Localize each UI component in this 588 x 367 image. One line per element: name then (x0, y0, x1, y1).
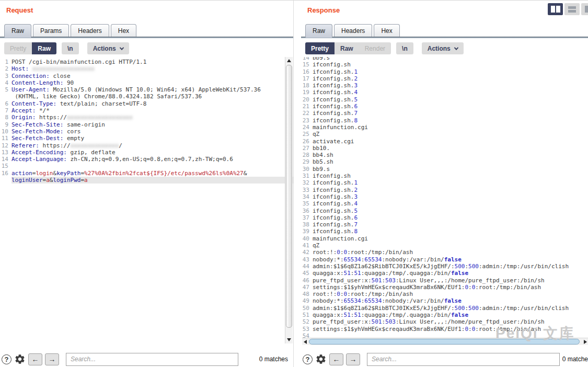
code-line: 36ifconfig.sh.5 (301, 208, 588, 214)
code-line: 47settings:$1$yhVmHEGx$creqaudK3mraBx6NK… (301, 284, 588, 291)
code-line: 31ifconfig.sh (301, 173, 588, 179)
code-line: 51quagga:x:51:51:quagga:/tmp/.quagga:/bi… (301, 312, 588, 318)
show-nonprintable-button[interactable]: \n (396, 42, 413, 54)
request-tabbar: RawParamsHeadersHex (4, 24, 136, 37)
code-line: 7Accept: */* (0, 107, 293, 114)
search-input[interactable] (66, 353, 238, 366)
search-input[interactable] (367, 353, 560, 366)
show-nonprintable-button[interactable]: \n (62, 42, 79, 54)
chevron-down-icon (119, 45, 123, 50)
scroll-right-icon[interactable] (582, 338, 588, 345)
code-line: 50admin:$1$6q8Z1a62$RibBTCJ0IKxE5/kJjgEH… (301, 305, 588, 312)
code-line: 26activate.cgi (301, 138, 588, 145)
request-editor[interactable]: 1POST /cgi-bin/mainfunction.cgi HTTP/1.1… (0, 57, 293, 345)
code-line: 29bb5.sh (301, 158, 588, 165)
code-line: 8Origin: https://xxxxxxxxxxxxxxxxxxx (0, 114, 293, 121)
message-view-toggle: Pretty Raw Render (305, 42, 391, 54)
code-line: 15ifconfig.sh (301, 61, 588, 68)
code-line: 13Accept-Encoding: gzip, deflate (0, 149, 293, 156)
code-line: 3Connection: close (0, 73, 293, 79)
rows-layout-icon[interactable] (564, 3, 580, 15)
actions-button[interactable]: Actions (422, 42, 464, 54)
tab-raw[interactable]: Raw (4, 24, 31, 38)
raw-button[interactable]: Raw (32, 42, 56, 54)
match-count: 0 matches (562, 355, 588, 363)
response-tabbar: RawHeadersHex (305, 24, 400, 37)
code-line: 27bb10. (301, 145, 588, 152)
prev-match-button[interactable]: ← (28, 353, 42, 365)
help-icon[interactable]: ? (2, 354, 11, 364)
response-panel-title: Response (307, 6, 340, 14)
code-line: 33ifconfig.sh.2 (301, 187, 588, 193)
next-match-button[interactable]: → (45, 353, 59, 365)
tab-params[interactable]: Params (33, 24, 69, 37)
gear-icon[interactable] (14, 353, 26, 365)
code-line: 30bb9.s (301, 166, 588, 173)
request-panel: Request RawParamsHeadersHex Pretty Raw \… (0, 1, 294, 367)
scroll-up-icon[interactable] (285, 57, 293, 64)
actions-label: Actions (93, 45, 116, 52)
code-line: 23ifconfig.sh.8 (301, 117, 588, 124)
tab-separator (301, 37, 588, 38)
code-line: 18ifconfig.sh.3 (301, 82, 588, 89)
response-panel: Response RawHeadersHex Pretty Raw Render… (301, 1, 588, 367)
request-toolbar: Pretty Raw \n Actions (4, 42, 129, 54)
code-line: 14bb9.s (301, 57, 588, 61)
tab-hex[interactable]: Hex (374, 24, 399, 37)
scrollbar-thumb[interactable] (286, 65, 292, 328)
code-line: 24mainfunction.cgi (301, 124, 588, 131)
help-icon[interactable]: ? (303, 354, 313, 364)
code-line: 46pure_ftpd_user:x:501:503:Linux User,,,… (301, 277, 588, 284)
code-line: (KHTML, like Gecko) Chrome/88.0.4324.182… (0, 93, 293, 100)
code-line: 16action=login&keyPath=%27%0A%2fbin%2fca… (0, 170, 293, 177)
render-button[interactable]: Render (359, 42, 391, 54)
code-line: 35ifconfig.sh.4 (301, 200, 588, 207)
tab-headers[interactable]: Headers (71, 24, 109, 37)
code-line: 41qZ (301, 242, 588, 249)
code-line: 4Content-Length: 90 (0, 79, 293, 86)
pretty-button[interactable]: Pretty (4, 42, 32, 54)
response-code: 14bb9.s15ifconfig.sh16ifconfig.sh.117ifc… (301, 57, 588, 338)
code-line: 12Referer: https://xxxxxxxxxxxxxx/ (0, 142, 293, 149)
watermark: PeiQi 文库 (495, 324, 574, 343)
tab-headers[interactable]: Headers (334, 24, 372, 37)
code-line: 38ifconfig.sh.7 (301, 221, 588, 228)
code-line: 32ifconfig.sh.1 (301, 179, 588, 186)
response-toolbar: Pretty Raw Render \n Actions (305, 42, 464, 54)
tab-raw[interactable]: Raw (305, 24, 332, 38)
code-line: 21ifconfig.sh.6 (301, 103, 588, 110)
code-line: 17ifconfig.sh.2 (301, 75, 588, 82)
code-line: 45quagga:x:51:51:quagga:/tmp/.quagga:/bi… (301, 270, 588, 277)
layout-switcher (548, 3, 588, 15)
code-line: 10Sec-Fetch-Mode: cors (0, 128, 293, 135)
prev-match-button[interactable]: ← (329, 353, 343, 365)
code-line: 49nobody:*:65534:65534:nobody:/var:/bin/… (301, 297, 588, 304)
next-match-button[interactable]: → (346, 353, 360, 365)
tab-separator (0, 37, 293, 38)
tab-hex[interactable]: Hex (111, 24, 136, 37)
code-line: 5User-Agent: Mozilla/5.0 (Windows NT 10.… (0, 86, 293, 93)
code-line: 28bb4.sh (301, 152, 588, 158)
code-line: 16ifconfig.sh.1 (301, 68, 588, 75)
columns-layout-icon[interactable] (548, 3, 563, 15)
scroll-down-icon[interactable] (285, 336, 293, 343)
code-line: 6Content-Type: text/plain; charset=UTF-8 (0, 100, 293, 107)
code-line: 40mainfunction.cgi (301, 235, 588, 242)
pretty-button[interactable]: Pretty (305, 42, 335, 54)
code-line: 43nobody:*:65534:65534:nobody:/var:/bin/… (301, 256, 588, 263)
actions-button[interactable]: Actions (87, 42, 129, 54)
code-line: 20ifconfig.sh.5 (301, 96, 588, 103)
raw-button[interactable]: Raw (335, 42, 359, 54)
single-layout-icon[interactable] (581, 3, 588, 15)
code-line: 15 (0, 163, 293, 169)
code-line: 22ifconfig.sh.7 (301, 110, 588, 117)
request-vertical-scrollbar[interactable] (285, 57, 293, 343)
scroll-left-icon[interactable] (302, 338, 308, 345)
gear-icon[interactable] (315, 353, 327, 365)
chevron-down-icon (454, 45, 458, 50)
code-line: 39ifconfig.sh.8 (301, 228, 588, 235)
match-count: 0 matches (259, 355, 288, 363)
response-editor[interactable]: 14bb9.s15ifconfig.sh16ifconfig.sh.117ifc… (301, 57, 588, 338)
actions-label: Actions (428, 45, 451, 52)
code-line: 37ifconfig.sh.6 (301, 214, 588, 221)
